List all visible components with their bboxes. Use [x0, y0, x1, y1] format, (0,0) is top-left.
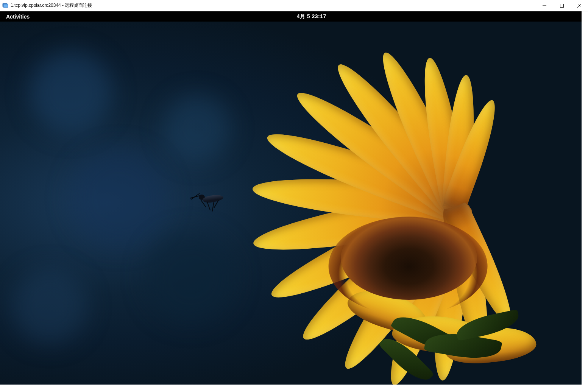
insect-body: [202, 194, 224, 203]
wallpaper-sepal: [454, 309, 521, 341]
remote-desktop-viewport[interactable]: Activities 4月 5 23:17: [0, 11, 588, 391]
wallpaper-bokeh: [70, 149, 168, 247]
rdp-app-icon: [2, 3, 8, 9]
minimize-button[interactable]: [536, 0, 553, 11]
wallpaper-bokeh: [145, 232, 236, 323]
wallpaper-bokeh: [163, 94, 231, 162]
activities-button[interactable]: Activities: [6, 14, 30, 20]
wallpaper-flower-center: [341, 217, 477, 300]
maximize-button[interactable]: [553, 0, 571, 11]
window-titlebar-left: 1.tcp.vip.cpolar.cn:20344 - 远程桌面连接: [2, 2, 92, 9]
remote-desktop-content: Activities 4月 5 23:17: [0, 11, 582, 385]
svg-rect-1: [3, 4, 8, 8]
window-title: 1.tcp.vip.cpolar.cn:20344 - 远程桌面连接: [11, 2, 92, 9]
window-titlebar: 1.tcp.vip.cpolar.cn:20344 - 远程桌面连接: [0, 0, 588, 11]
wallpaper-sepals: [376, 301, 535, 385]
desktop-wallpaper[interactable]: [0, 22, 582, 385]
insect-leg: [207, 202, 211, 210]
window-controls: [536, 0, 588, 11]
gnome-top-bar: Activities 4月 5 23:17: [0, 11, 582, 22]
clock-menu[interactable]: 4月 5 23:17: [297, 13, 326, 20]
wallpaper-insect: [192, 188, 230, 211]
wallpaper-bokeh: [29, 51, 112, 134]
wallpaper-bokeh: [12, 268, 87, 344]
close-button[interactable]: [571, 0, 588, 11]
svg-rect-3: [560, 4, 564, 7]
